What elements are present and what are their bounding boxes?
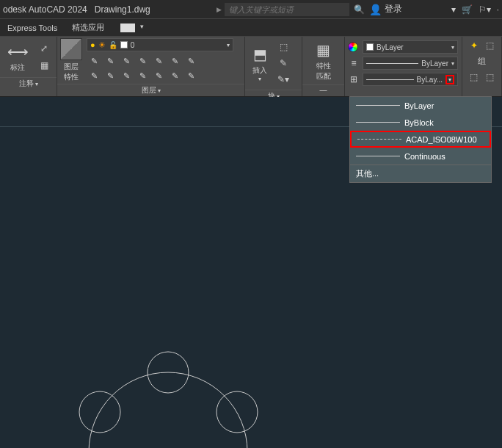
table-icon[interactable]: ▦ — [37, 58, 51, 73]
linetype-option-continuous[interactable]: Continuous — [350, 148, 491, 165]
linetype-icon[interactable]: ⊞ — [346, 72, 361, 87]
chevron-down-icon: ▾ — [451, 44, 454, 51]
props-panel-label: — — [302, 84, 344, 95]
layer-tool-10[interactable]: ✎ — [119, 69, 134, 82]
white-swatch — [366, 43, 374, 51]
linetype-option-other[interactable]: 其他... — [350, 165, 491, 182]
layer-tool-14[interactable]: ✎ — [183, 69, 198, 82]
layer-properties-label: 图层 特性 — [64, 62, 79, 82]
line-preview-icon — [356, 105, 400, 106]
line-preview — [366, 79, 414, 80]
layer-tool-8[interactable]: ✎ — [87, 69, 101, 82]
linetype-option-acad-iso08w100[interactable]: ACAD_ISO08W100 — [350, 131, 491, 148]
line-preview-icon — [356, 156, 400, 156]
layers-panel-label[interactable]: 图层▾ — [57, 84, 244, 96]
layer-tool-2[interactable]: ✎ — [103, 54, 117, 68]
group-panel: ✦ ⬚ 组 ⬚ ⬚ — [462, 37, 502, 96]
block-tool-2[interactable]: ✎ — [276, 56, 291, 71]
layer-tool-7[interactable]: ✎ — [183, 54, 198, 68]
tab-featured-apps[interactable]: 精选应用 — [65, 19, 112, 36]
layer-dropdown[interactable]: ● ☀ 🔓 0 ▾ — [87, 38, 233, 51]
sun-icon: ☀ — [98, 40, 106, 50]
line-preview-icon — [356, 122, 400, 123]
layer-tool-6[interactable]: ✎ — [167, 54, 182, 68]
lock-icon: 🔓 — [109, 41, 117, 49]
tab-express-tools[interactable]: Express Tools — [0, 21, 65, 35]
lineweight-dropdown[interactable]: ByLayer ▾ — [363, 57, 458, 70]
layer-tool-3[interactable]: ✎ — [119, 54, 134, 68]
insert-button[interactable]: ⬒ 插入 ▾ — [245, 37, 274, 90]
layer-properties-icon[interactable] — [60, 38, 82, 60]
bulb-icon: ● — [90, 40, 95, 49]
layer-tool-9[interactable]: ✎ — [103, 69, 117, 82]
layer-tool-13[interactable]: ✎ — [167, 69, 182, 82]
layer-tool-4[interactable]: ✎ — [135, 54, 150, 68]
login-link[interactable]: 登录 — [385, 3, 402, 15]
chevron-down-icon: ▾ — [445, 75, 454, 84]
layer-name: 0 — [131, 41, 227, 49]
annotation-panel-label[interactable]: 注释▾ — [0, 77, 57, 90]
play-icon[interactable]: ▶ — [217, 6, 222, 13]
linetype-dropdown-menu: ByLayer ByBlock ACAD_ISO08W100 Continuou… — [349, 96, 492, 183]
match-properties-button[interactable]: ▦ 特性 匹配 — [309, 38, 338, 83]
block-tool-3[interactable]: ✎▾ — [276, 72, 291, 87]
layer-tool-1[interactable]: ✎ — [87, 54, 101, 68]
group-icon-1[interactable]: ✦ — [467, 38, 481, 53]
block-tool-1[interactable]: ⬚ — [276, 40, 291, 54]
dimension-button[interactable]: ⟷ 标注 — [3, 40, 32, 74]
search-input[interactable] — [225, 3, 349, 16]
document-title: Drawing1.dwg — [95, 4, 150, 15]
layers-panel: 图层 特性 ● ☀ 🔓 0 ▾ ✎ ✎ ✎ ✎ ✎ ✎ — [57, 37, 245, 96]
annotation-panel: ⟷ 标注 ⤢ ▦ 注释▾ — [0, 37, 57, 96]
bylayer-panel: ByLayer ▾ ≡ ByLayer ▾ ⊞ ByLay... ▾ — [345, 37, 462, 96]
leader-icon[interactable]: ⤢ — [37, 41, 51, 56]
user-icon[interactable]: 👤 — [369, 4, 382, 15]
line-preview-dashed-icon — [357, 139, 401, 140]
app-title: odesk AutoCAD 2024 — [3, 4, 87, 15]
ribbon-tabs: Express Tools 精选应用 — [0, 19, 502, 37]
linetype-dropdown[interactable]: ByLay... ▾ — [363, 73, 458, 86]
layer-tool-5[interactable]: ✎ — [151, 54, 166, 68]
linetype-option-byblock[interactable]: ByBlock — [350, 114, 491, 131]
login-dropdown-icon[interactable]: ▾ — [451, 4, 456, 15]
lineweight-icon[interactable]: ≡ — [346, 56, 361, 71]
chevron-down-icon: ▾ — [451, 60, 454, 67]
layer-tool-12[interactable]: ✎ — [151, 69, 166, 82]
chevron-down-icon: ▾ — [227, 42, 230, 48]
svg-point-0 — [89, 372, 247, 448]
properties-panel: ▦ 特性 匹配 — — [302, 37, 345, 96]
group-icon-3[interactable]: ⬚ — [467, 70, 481, 84]
ribbon-expand-button[interactable] — [120, 24, 135, 32]
share-icon[interactable]: ⚐▾ — [479, 4, 491, 15]
color-swatch — [120, 41, 128, 48]
title-bar: odesk AutoCAD 2024 Drawing1.dwg ▶ 🔍 👤 登录… — [0, 0, 502, 19]
group-icon-4[interactable]: ⬚ — [483, 70, 498, 84]
color-dropdown[interactable]: ByLayer ▾ — [363, 40, 458, 54]
cart-icon[interactable]: 🛒 — [462, 4, 473, 15]
layer-tool-11[interactable]: ✎ — [135, 69, 150, 82]
group-icon-2[interactable]: ⬚ — [483, 38, 498, 53]
ribbon: ⟷ 标注 ⤢ ▦ 注释▾ 图层 特性 ● ☀ 🔓 — [0, 37, 502, 97]
search-icon[interactable]: 🔍 — [354, 4, 365, 15]
linetype-option-bylayer[interactable]: ByLayer — [350, 97, 491, 114]
blocks-panel: ⬒ 插入 ▾ ⬚ ✎ ✎▾ 块▾ — [245, 37, 302, 96]
more-icon[interactable]: · — [497, 4, 499, 15]
line-preview — [366, 63, 418, 64]
color-icon[interactable] — [346, 40, 361, 54]
